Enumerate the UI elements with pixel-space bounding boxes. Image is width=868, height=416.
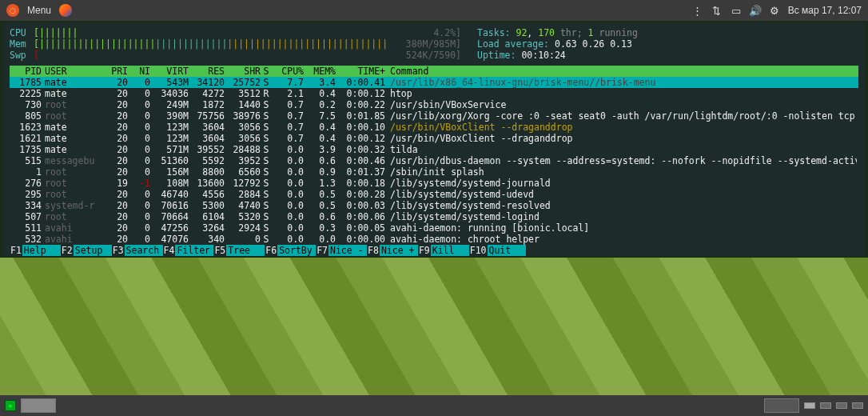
col-mem[interactable]: MEM% [304,66,336,77]
table-header[interactable]: PID USER PRI NI VIRT RES SHR S CPU% MEM%… [10,66,858,77]
taskbar-tray-item[interactable] [764,398,799,413]
mem-value: 380M/985M] [405,38,461,50]
col-virt[interactable]: VIRT [150,66,189,77]
col-res[interactable]: RES [189,66,225,77]
table-row[interactable]: 532avahi200470763400S0.00.00:00.00avahi-… [10,234,858,245]
fkey-sortby[interactable]: F6SortBy [265,245,316,256]
table-row[interactable]: 511avahi2004725632642924S0.00.30:00.05av… [10,222,858,234]
top-panel: ◌ Menu ⋮ ⇅ ▭ 🔊 ⚙ Вс мар 17, 12:07 [0,0,868,21]
col-pid[interactable]: PID [11,66,42,77]
table-row[interactable]: 1785mate200543M3412025752S7.73.40:00.41/… [10,77,858,88]
col-cmd[interactable]: Command [385,66,857,77]
col-s[interactable]: S [261,66,272,77]
col-shr[interactable]: SHR [225,66,261,77]
clock[interactable]: Вс мар 17, 12:07 [788,5,862,16]
mem-bar: [|||||||||||||||||||||||||||||||||||||||… [34,38,405,50]
fkey-help[interactable]: F1Help [10,245,61,256]
settings-icon[interactable]: ⚙ [769,5,780,16]
workspace-3[interactable] [836,402,847,409]
menu-button[interactable]: Menu [27,5,51,16]
network-icon[interactable]: ⇅ [711,5,723,16]
table-row[interactable]: 1735mate200571M3955228488S0.03.90:00.32t… [10,144,858,155]
swp-label: Swp [10,50,34,61]
fkey-setup[interactable]: F2Setup [61,245,112,256]
table-row[interactable]: 1root200156M88006560S0.00.90:01.37/sbin/… [10,166,858,178]
col-pri[interactable]: PRI [99,66,128,77]
table-row[interactable]: 295root2004674045562884S0.00.50:00.28/li… [10,189,858,200]
cpu-value: 4.2%] [405,27,461,38]
table-row[interactable]: 515messagebu2005136055923952S0.00.60:00.… [10,155,858,166]
uptime-label: Uptime: [477,50,516,61]
fkey-tree[interactable]: F5Tree [213,245,265,256]
running-count: 1 [588,27,594,38]
table-row[interactable]: 276root19-1108M1360012792S0.01.30:00.18/… [10,178,858,189]
load-values: 0.63 0.26 0.13 [555,38,632,50]
thread-count: 170 [538,27,555,38]
tasks-label: Tasks: [477,27,511,38]
cpu-bar: [||||||| [34,27,405,38]
function-keys: F1HelpF2SetupF3SearchF4FilterF5TreeF6Sor… [10,245,858,256]
fkey-quit[interactable]: F10Quit [469,245,526,256]
table-row[interactable]: 1621mate200123M36043056S0.70.40:00.12/us… [10,133,858,144]
table-row[interactable]: 2225mate2003403642723512R2.10.40:00.12ht… [10,88,858,99]
fkey-nice[interactable]: F7Nice - [316,245,367,256]
fkey-filter[interactable]: F4Filter [163,245,214,256]
ubuntu-icon[interactable]: ◌ [6,4,19,17]
bottom-panel: ▪ [0,395,868,416]
process-list: 1785mate200543M3412025752S7.73.40:00.41/… [10,77,858,245]
table-row[interactable]: 507root2007066461045320S0.00.60:00.06/li… [10,211,858,222]
tasks-count: 92 [516,27,527,38]
fkey-nice[interactable]: F8Nice + [367,245,418,256]
mem-label: Mem [10,38,34,50]
battery-icon[interactable]: ▭ [731,5,742,16]
col-ni[interactable]: NI [128,66,150,77]
workspace-2[interactable] [820,402,831,409]
table-row[interactable]: 730root200249M18721440S0.70.20:00.22/usr… [10,99,858,110]
desktop-wallpaper [0,258,868,395]
swp-bar: [ [34,50,405,61]
col-cpu[interactable]: CPU% [272,66,304,77]
fkey-search[interactable]: F3Search [112,245,163,256]
volume-icon[interactable]: 🔊 [750,5,761,16]
taskbar-item[interactable] [21,398,56,413]
table-row[interactable]: 805root200390M7575638976S0.77.50:01.85/u… [10,110,858,122]
workspace-1[interactable] [804,402,815,409]
table-row[interactable]: 1623mate200123M36043056S0.70.40:00.10/us… [10,122,858,133]
firefox-icon[interactable] [59,4,72,17]
separator-icon: ⋮ [692,5,703,16]
load-label: Load average: [477,38,549,50]
show-desktop-icon[interactable]: ▪ [5,400,16,411]
terminal-window: CPU [||||||| 4.2%] Tasks: 92, 170 thr; 1… [3,22,865,256]
workspace-4[interactable] [852,402,863,409]
uptime-value: 00:10:24 [521,50,565,61]
fkey-kill[interactable]: F9Kill [418,245,469,256]
swp-value: 524K/7590] [405,50,461,61]
table-row[interactable]: 334systemd-r2007061653004740S0.00.50:00.… [10,200,858,211]
cpu-label: CPU [10,27,34,38]
col-time[interactable]: TIME+ [336,66,385,77]
col-user[interactable]: USER [42,66,99,77]
